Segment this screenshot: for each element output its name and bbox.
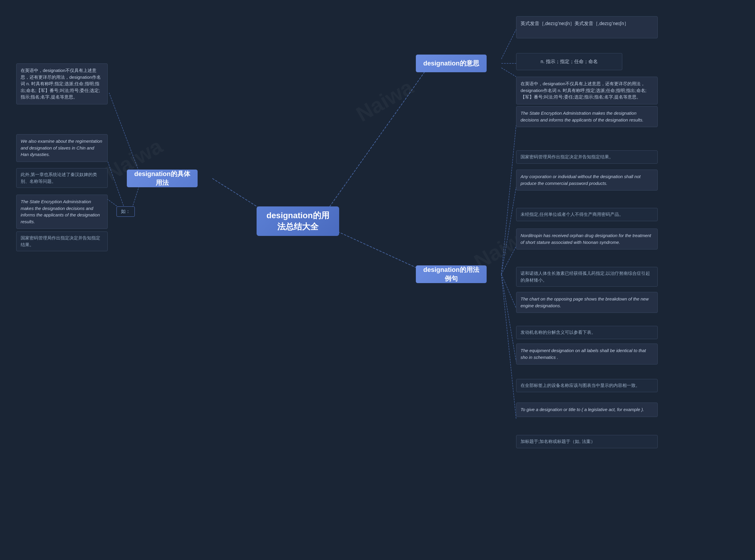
- example-1-cn-text: 国家密码管理局作出指定决定并告知指定结果。: [520, 154, 613, 159]
- example-4-en: The chart on the opposing page shows the…: [516, 292, 658, 313]
- example-6-en: To give a designation or title to ( a le…: [516, 402, 658, 417]
- specific-item-1-en: We also examine about the regimentation …: [16, 134, 108, 162]
- branch-meaning-label: designation的意思: [423, 59, 479, 68]
- svg-line-11: [501, 187, 516, 274]
- example-1-cn: 国家密码管理局作出指定决定并告知指定结果。: [516, 151, 658, 164]
- svg-line-0: [321, 63, 431, 218]
- example-label-ru-text: 如：: [121, 209, 131, 214]
- example-4-cn-text: 发动机名称的分解含义可以参看下表。: [520, 330, 596, 335]
- meaning-detail-left: 在英语中，designation不仅具有上述意思，还有更详尽的用法，design…: [16, 63, 108, 104]
- meaning-tag: n. 指示；指定；任命；命名: [516, 53, 622, 70]
- svg-line-14: [501, 274, 516, 361]
- branch-specific: designation的具体用法: [127, 169, 198, 187]
- svg-line-10: [501, 125, 516, 274]
- svg-line-6: [109, 93, 142, 178]
- branch-meaning: designation的意思: [416, 55, 486, 72]
- svg-line-5: [501, 68, 516, 77]
- example-2-en-text: Any corporation or individual without th…: [520, 174, 640, 186]
- example-4-en-text: The chart on the opposing page shows the…: [520, 296, 649, 308]
- example-1-en: The State Encryption Administration make…: [516, 106, 658, 127]
- specific-item-1-en-text: We also examine about the regimentation …: [21, 139, 102, 157]
- branch-examples-label: designation的用法例句: [421, 265, 481, 283]
- example-5-en: The equipment designation on all labels …: [516, 343, 658, 364]
- svg-line-12: [501, 246, 516, 274]
- example-2-en: Any corporation or individual without th…: [516, 169, 658, 191]
- example-6-cn-text: 加标题于;加名称或标题于（如, 法案）: [520, 439, 595, 444]
- example-3-en: Norditropin has received orphan drug des…: [516, 228, 658, 249]
- specific-item-2-en-text: The State Encryption Administration make…: [21, 199, 100, 224]
- specific-item-2-en: The State Encryption Administration make…: [16, 195, 108, 229]
- example-3-cn-text: 诺和诺德人体生长激素已经获得孤儿药指定,以治疗努南综合症引起的身材矮小。: [520, 271, 650, 282]
- example-2-cn-text: 未经指定,任何单位或者个人不得生产商用密码产品。: [520, 212, 623, 217]
- example-2-cn: 未经指定,任何单位或者个人不得生产商用密码产品。: [516, 208, 658, 221]
- specific-item-1-cn: 此外,第一章也系统论述了秦汉奴婢的类别、名称等问题。: [16, 168, 108, 188]
- example-5-cn: 在全部标签上的设备名称应该与图表当中显示的内容相一致。: [516, 379, 658, 392]
- svg-line-15: [501, 274, 516, 419]
- example-3-en-text: Norditropin has received orphan drug des…: [520, 233, 651, 245]
- example-4-cn: 发动机名称的分解含义可以参看下表。: [516, 326, 658, 339]
- svg-line-13: [501, 274, 516, 308]
- center-node: designation的用法总结大全: [257, 206, 339, 236]
- specific-item-1-cn-text: 此外,第一章也系统论述了秦汉奴婢的类别、名称等问题。: [21, 172, 97, 184]
- specific-item-2-cn: 国家密码管理局作出指定决定并告知指定结果。: [16, 232, 108, 251]
- pronunciation-box: 英式发音［ˌdezɪɡˈneɪʃn］美式发音［ˌdezɪɡˈneɪʃn］: [516, 16, 658, 38]
- meaning-tag-text: n. 指示；指定；任命；命名: [541, 59, 598, 65]
- meaning-detail-left-text: 在英语中，designation不仅具有上述意思，还有更详尽的用法，design…: [21, 68, 101, 99]
- specific-item-2-cn-text: 国家密码管理局作出指定决定并告知指定结果。: [21, 235, 100, 247]
- watermark-2: Naiwa: [352, 75, 417, 126]
- meaning-detail-right: 在英语中，designation不仅具有上述意思，还有更详尽的用法，design…: [516, 77, 658, 104]
- example-5-en-text: The equipment designation on all labels …: [520, 348, 646, 360]
- example-3-cn: 诺和诺德人体生长激素已经获得孤儿药指定,以治疗努南综合症引起的身材矮小。: [516, 267, 658, 287]
- example-6-cn: 加标题于;加名称或标题于（如, 法案）: [516, 435, 658, 448]
- example-6-en-text: To give a designation or title to ( a le…: [520, 407, 644, 412]
- example-5-cn-text: 在全部标签上的设备名称应该与图表当中显示的内容相一致。: [520, 383, 640, 388]
- meaning-detail-right-text: 在英语中，designation不仅具有上述意思，还有更详尽的用法，design…: [520, 81, 647, 99]
- pronunciation-text: 英式发音［ˌdezɪɡˈneɪʃn］美式发音［ˌdezɪɡˈneɪʃn］: [520, 21, 629, 26]
- svg-line-3: [501, 29, 516, 59]
- branch-specific-label: designation的具体用法: [132, 169, 192, 187]
- example-1-en-text: The State Encryption Administration make…: [520, 111, 643, 122]
- branch-examples: designation的用法例句: [416, 265, 486, 283]
- center-label: designation的用法总结大全: [262, 210, 333, 233]
- example-label-ru: 如：: [117, 206, 135, 217]
